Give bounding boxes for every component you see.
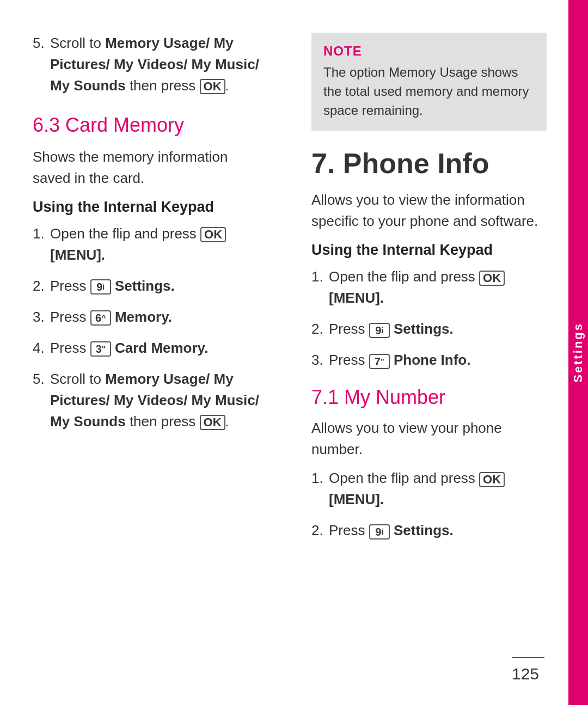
phone-info-desc: Allows you to view the information speci…: [311, 189, 547, 232]
mynum-step2-key: 9i: [369, 524, 390, 540]
mynum-step1-key: OK: [479, 472, 505, 487]
left-step-5b: 5. Scroll to Memory Usage/ My Pictures/ …: [33, 369, 268, 432]
sidebar-tab-label: Settings: [571, 322, 585, 383]
section-71-heading: 7.1 My Number: [311, 386, 445, 408]
my-number-desc: Allows you to view your phone number.: [311, 418, 547, 460]
section-7-heading: 7. Phone Info: [311, 148, 489, 179]
step5-top-then: then press: [126, 77, 200, 94]
right-step-2: 2. Press 9i Settings.: [311, 318, 547, 340]
step5-top-key: OK: [200, 79, 225, 94]
step4-key: 3": [90, 341, 111, 357]
right-step-3: 3. Press 7" Phone Info.: [311, 350, 547, 371]
right-step2-key: 9i: [369, 323, 390, 338]
step5b-bold: Memory Usage/ My Pictures/ My Videos/ My…: [50, 371, 259, 430]
subsection-keypad-right: Using the Internal Keypad: [311, 242, 547, 259]
step1-ok-key: OK: [200, 227, 226, 242]
card-memory-desc: Shows the memory information saved in th…: [33, 146, 268, 189]
mynum-step-2: 2. Press 9i Settings.: [311, 520, 547, 541]
step2-key: 9i: [90, 279, 111, 295]
step5-top-content: Scroll to Memory Usage/ My Pictures/ My …: [50, 33, 268, 96]
left-step-3: 3. Press 6^ Memory.: [33, 306, 268, 328]
note-box: NOTE The option Memory Usage shows the t…: [311, 33, 547, 131]
left-step-1: 1. Open the flip and press OK [MENU].: [33, 223, 268, 266]
step5-top: 5. Scroll to Memory Usage/ My Pictures/ …: [33, 33, 268, 96]
note-text: The option Memory Usage shows the total …: [323, 63, 535, 120]
right-step3-key: 7": [369, 354, 390, 369]
step3-key: 6^: [90, 310, 111, 326]
left-column: 5. Scroll to Memory Usage/ My Pictures/ …: [33, 33, 279, 672]
divider-line: [512, 657, 544, 658]
section-63-heading: 6.3 Card Memory: [33, 114, 184, 136]
right-step-1: 1. Open the flip and press OK [MENU].: [311, 266, 547, 309]
mynum-step-1: 1. Open the flip and press OK [MENU].: [311, 468, 547, 510]
left-step-4: 4. Press 3" Card Memory.: [33, 338, 268, 359]
right-column: NOTE The option Memory Usage shows the t…: [301, 33, 547, 672]
page-number: 125: [512, 657, 544, 683]
left-step-2: 2. Press 9i Settings.: [33, 275, 268, 297]
subsection-keypad-left: Using the Internal Keypad: [33, 199, 268, 216]
settings-sidebar-tab: Settings: [568, 0, 588, 705]
step5b-ok-key: OK: [200, 415, 225, 430]
note-label: NOTE: [323, 44, 535, 59]
step5-top-num: 5.: [33, 33, 46, 96]
right-step1-key: OK: [479, 271, 505, 286]
